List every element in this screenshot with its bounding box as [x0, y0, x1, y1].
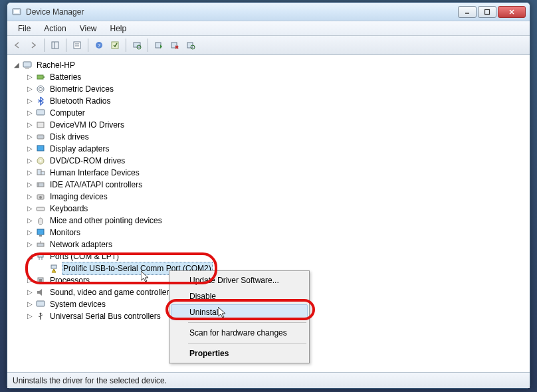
- tree-item-computer[interactable]: ▷Computer: [26, 107, 527, 119]
- svg-point-57: [40, 313, 42, 315]
- computer-icon: [35, 108, 46, 118]
- update-driver-button[interactable]: [183, 38, 198, 52]
- expand-icon[interactable]: ▷: [26, 286, 34, 298]
- svg-rect-8: [74, 42, 80, 49]
- tree-item-monitors[interactable]: ▷Monitors: [26, 227, 527, 239]
- context-menu-update-driver[interactable]: Update Driver Software...: [171, 272, 308, 288]
- context-menu-properties[interactable]: Properties: [171, 345, 308, 361]
- tree-item-hid[interactable]: ▷Human Interface Devices: [26, 167, 527, 179]
- context-menu-disable[interactable]: Disable: [171, 288, 308, 304]
- expand-icon[interactable]: ▷: [26, 83, 34, 95]
- svg-rect-31: [37, 146, 44, 151]
- svg-point-39: [39, 196, 42, 199]
- context-menu: Update Driver Software... Disable Uninst…: [169, 270, 310, 363]
- close-button[interactable]: [498, 6, 526, 18]
- expand-icon[interactable]: ▷: [26, 119, 34, 131]
- tree-item-keyboards[interactable]: ▷Keyboards: [26, 203, 527, 215]
- camera-icon: [35, 191, 46, 202]
- tree-item-batteries[interactable]: ▷Batteries: [26, 71, 527, 83]
- menu-separator: [188, 343, 306, 343]
- expand-icon[interactable]: ▷: [26, 239, 34, 250]
- svg-rect-6: [52, 42, 58, 49]
- properties-button[interactable]: [70, 38, 84, 52]
- driver-icon: [35, 120, 46, 130]
- port-warning-icon: !: [49, 263, 59, 274]
- back-button[interactable]: [10, 38, 25, 52]
- ide-icon: [35, 179, 46, 190]
- menu-action[interactable]: Action: [37, 23, 72, 35]
- expand-icon[interactable]: ▷: [26, 191, 34, 203]
- forward-button[interactable]: [26, 38, 41, 52]
- bluetooth-icon: [35, 96, 46, 106]
- expand-icon[interactable]: ▷: [26, 143, 34, 155]
- svg-marker-54: [37, 289, 42, 296]
- scan-hardware-button[interactable]: [130, 38, 144, 52]
- window-title: Device Manager: [26, 7, 457, 17]
- context-menu-scan[interactable]: Scan for hardware changes: [171, 325, 308, 341]
- window-controls: [457, 6, 526, 18]
- tree-item-bluetooth[interactable]: ▷Bluetooth Radios: [26, 95, 527, 107]
- app-icon: [11, 7, 22, 17]
- svg-rect-16: [156, 43, 161, 48]
- svg-rect-1: [14, 10, 19, 13]
- tree-item-display[interactable]: ▷Display adapters: [26, 143, 527, 155]
- tree-root[interactable]: ◢ Rachel-HP: [13, 59, 527, 71]
- menu-help[interactable]: Help: [104, 23, 134, 35]
- tree-item-devicevm[interactable]: ▷DeviceVM IO Drivers: [26, 119, 527, 131]
- action-button[interactable]: [108, 38, 122, 52]
- svg-rect-29: [37, 122, 44, 128]
- tree-item-network[interactable]: ▷Network adapters: [26, 239, 527, 250]
- expand-icon[interactable]: ▷: [26, 227, 34, 239]
- expand-icon[interactable]: ▷: [26, 131, 34, 143]
- expand-icon[interactable]: ▷: [26, 215, 34, 227]
- tree-item-imaging[interactable]: ▷Imaging devices: [26, 191, 527, 203]
- root-label: Rachel-HP: [35, 59, 76, 71]
- svg-point-27: [39, 88, 43, 91]
- cpu-icon: [35, 275, 46, 286]
- expand-icon[interactable]: ▷: [26, 274, 34, 286]
- svg-rect-40: [37, 207, 45, 211]
- svg-rect-55: [37, 301, 45, 306]
- tree-item-ide[interactable]: ▷IDE ATA/ATAPI controllers: [26, 179, 527, 191]
- tree-item-mice[interactable]: ▷Mice and other pointing devices: [26, 215, 527, 227]
- show-hide-tree-button[interactable]: [48, 38, 62, 52]
- svg-point-26: [37, 86, 44, 92]
- tree-item-dvd[interactable]: ▷DVD/CD-ROM drives: [26, 155, 527, 167]
- minimize-button[interactable]: [458, 6, 477, 18]
- svg-rect-28: [37, 110, 45, 115]
- expand-icon[interactable]: ▷: [26, 167, 34, 179]
- enable-button[interactable]: [152, 38, 166, 52]
- context-menu-uninstall[interactable]: Uninstall: [171, 304, 308, 320]
- speaker-icon: [35, 287, 46, 298]
- svg-rect-3: [485, 9, 490, 14]
- maximize-button[interactable]: [478, 6, 496, 18]
- uninstall-button[interactable]: [167, 38, 182, 52]
- svg-rect-43: [39, 235, 42, 237]
- expand-icon[interactable]: ▷: [26, 155, 34, 167]
- expand-icon[interactable]: ▷: [26, 107, 34, 119]
- expand-icon[interactable]: ▷: [26, 298, 34, 310]
- collapse-icon[interactable]: ◢: [26, 250, 34, 262]
- tree-item-disk[interactable]: ▷Disk drives: [26, 131, 527, 143]
- help-button[interactable]: ?: [92, 38, 106, 52]
- statusbar-text: Uninstalls the driver for the selected d…: [13, 376, 167, 385]
- menu-file[interactable]: File: [11, 23, 37, 35]
- svg-rect-42: [37, 229, 44, 235]
- statusbar: Uninstalls the driver for the selected d…: [7, 372, 530, 388]
- svg-rect-46: [38, 254, 43, 257]
- expand-icon[interactable]: ▷: [26, 95, 34, 107]
- hid-icon: [35, 167, 46, 178]
- battery-icon: [35, 72, 46, 82]
- svg-text:?: ?: [98, 43, 101, 49]
- titlebar: Device Manager: [7, 3, 530, 21]
- collapse-icon[interactable]: ◢: [13, 59, 21, 71]
- expand-icon[interactable]: ▷: [26, 310, 34, 322]
- tree-item-biometric[interactable]: ▷Biometric Devices: [26, 83, 527, 95]
- tree-item-ports[interactable]: ◢Ports (COM & LPT): [26, 250, 527, 262]
- expand-icon[interactable]: ▷: [26, 179, 34, 191]
- svg-rect-24: [37, 75, 43, 79]
- monitor-icon: [35, 227, 46, 238]
- expand-icon[interactable]: ▷: [26, 71, 34, 83]
- expand-icon[interactable]: ▷: [26, 203, 34, 215]
- menu-view[interactable]: View: [73, 23, 104, 35]
